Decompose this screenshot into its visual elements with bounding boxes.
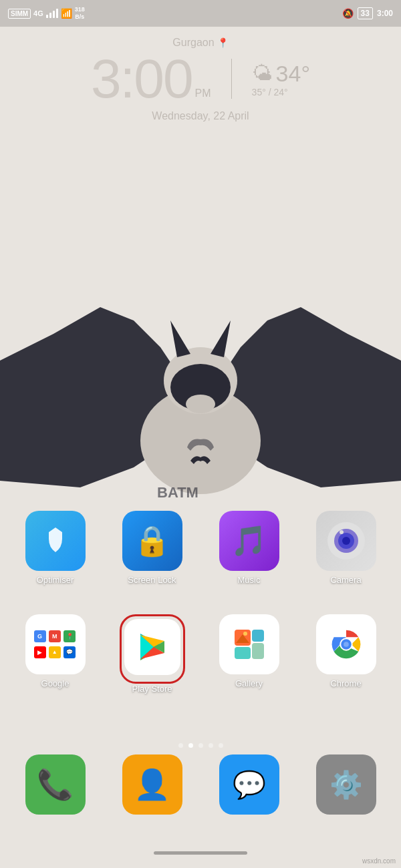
- status-bar: SIMM 4G 📶 318 B/s 🔕 33 3:00: [0, 0, 401, 27]
- svg-rect-15: [235, 647, 251, 659]
- playstore-label: Play Store: [132, 684, 172, 694]
- playstore-highlight: [120, 614, 185, 684]
- google-label: Google: [41, 678, 70, 688]
- optimiser-label: Optimiser: [37, 575, 74, 585]
- date-display: Wednesday, 22 April: [0, 110, 401, 122]
- google-icon[interactable]: G M 📍 ▶ ▲ 💬: [25, 614, 86, 674]
- weather-icon: 🌤: [252, 62, 272, 85]
- signal-bars: [46, 9, 58, 18]
- watermark: wsxdn.com: [362, 857, 396, 865]
- dock-phone[interactable]: 📞: [15, 754, 96, 815]
- svg-point-23: [344, 642, 349, 647]
- wifi-icon: 📶: [61, 8, 72, 19]
- app-playstore[interactable]: Play Store: [109, 614, 196, 694]
- clock-status: 3:00: [377, 9, 393, 18]
- status-right: 🔕 33 3:00: [342, 7, 393, 19]
- app-google[interactable]: G M 📍 ▶ ▲ 💬 Google: [12, 614, 99, 688]
- clock-display: 3:00: [91, 51, 192, 106]
- camera-icon[interactable]: [316, 511, 376, 571]
- location-label: Gurgaon 📍: [0, 37, 401, 49]
- screenlock-icon[interactable]: 🔒: [122, 511, 182, 571]
- app-row-2: G M 📍 ▶ ▲ 💬 Google: [0, 614, 401, 694]
- battery-level: 33: [361, 9, 370, 18]
- app-row-1: Optimiser 🔒 Screen Lock 🎵 Music Camera: [0, 511, 401, 585]
- dot-4: [209, 743, 213, 748]
- svg-marker-3: [211, 320, 231, 357]
- chrome-icon[interactable]: [316, 614, 376, 674]
- bar1: [46, 15, 48, 18]
- page-dots: [0, 743, 401, 748]
- carrier-label: SIMM: [8, 9, 31, 19]
- clock-row: 3:00 PM 🌤 34° 35° / 24°: [0, 51, 401, 106]
- optimiser-icon[interactable]: [25, 511, 86, 571]
- dot-2: [188, 743, 193, 748]
- temperature-main: 34°: [276, 61, 310, 87]
- dot-5: [219, 743, 223, 748]
- music-icon[interactable]: 🎵: [219, 511, 279, 571]
- mute-icon: 🔕: [342, 8, 354, 19]
- clock-period: PM: [195, 87, 211, 99]
- location-icon: 📍: [217, 37, 229, 48]
- app-optimiser[interactable]: Optimiser: [12, 511, 99, 585]
- messages-icon[interactable]: 💬: [219, 754, 279, 815]
- app-chrome[interactable]: Chrome: [303, 614, 390, 688]
- camera-label: Camera: [330, 575, 361, 585]
- svg-point-11: [340, 530, 344, 534]
- phone-icon[interactable]: 📞: [25, 754, 86, 815]
- svg-text:BATM: BATM: [157, 484, 198, 501]
- network-speed: 318 B/s: [75, 6, 85, 21]
- bar2: [49, 13, 51, 18]
- svg-rect-17: [252, 643, 264, 659]
- dock-messages[interactable]: 💬: [209, 754, 289, 815]
- svg-rect-16: [252, 630, 264, 642]
- status-left: SIMM 4G 📶 318 B/s: [8, 6, 85, 21]
- batman-illustration: BATM: [0, 254, 401, 507]
- chrome-label: Chrome: [330, 678, 361, 688]
- dot-1: [178, 743, 183, 748]
- weather-widget: 🌤 34° 35° / 24°: [252, 61, 310, 97]
- playstore-icon[interactable]: [124, 619, 180, 675]
- bar3: [53, 11, 55, 18]
- dock-settings[interactable]: ⚙️: [306, 754, 386, 815]
- battery-icon: 33: [358, 7, 373, 19]
- app-music[interactable]: 🎵 Music: [206, 511, 293, 585]
- svg-marker-2: [170, 320, 190, 357]
- settings-icon[interactable]: ⚙️: [316, 754, 376, 815]
- svg-point-10: [342, 537, 350, 545]
- gallery-icon[interactable]: [219, 614, 279, 674]
- contacts-icon[interactable]: 👤: [122, 754, 182, 815]
- network-label: 4G: [33, 9, 43, 17]
- app-camera[interactable]: Camera: [303, 511, 390, 585]
- music-label: Music: [238, 575, 261, 585]
- svg-point-19: [243, 632, 247, 636]
- gallery-label: Gallery: [235, 678, 263, 688]
- temperature-range: 35° / 24°: [252, 87, 288, 97]
- clock-area: Gurgaon 📍 3:00 PM 🌤 34° 35° / 24° Wednes…: [0, 37, 401, 122]
- home-bar[interactable]: [154, 851, 247, 855]
- app-screenlock[interactable]: 🔒 Screen Lock: [109, 511, 196, 585]
- dock-contacts[interactable]: 👤: [112, 754, 192, 815]
- clock-divider: [231, 59, 232, 99]
- bar4: [56, 9, 58, 18]
- svg-point-5: [186, 395, 215, 413]
- app-gallery[interactable]: Gallery: [206, 614, 293, 688]
- screenlock-label: Screen Lock: [128, 575, 176, 585]
- dock: 📞 👤 💬 ⚙️: [0, 754, 401, 815]
- dot-3: [198, 743, 203, 748]
